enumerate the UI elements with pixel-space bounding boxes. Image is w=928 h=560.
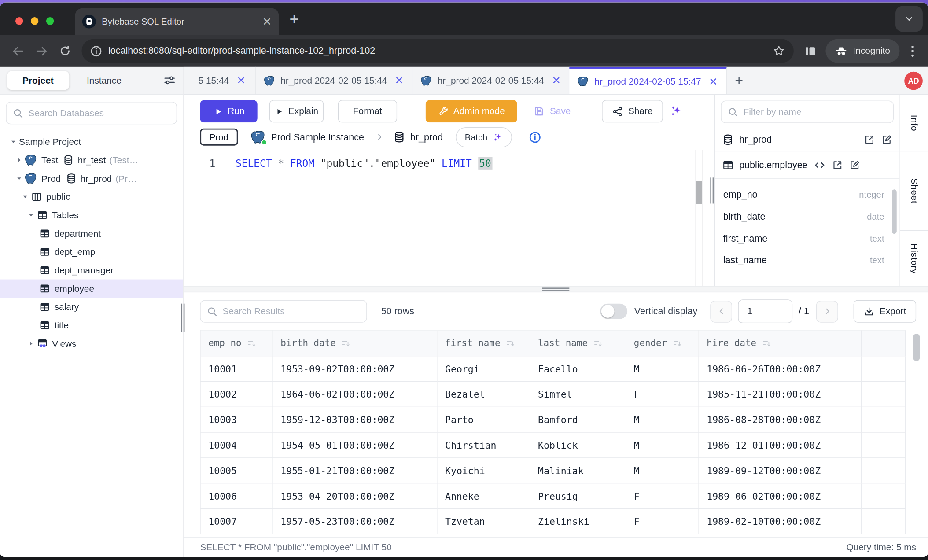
tree-collapse-arrow[interactable] <box>25 211 37 219</box>
explain-button[interactable]: Explain <box>269 100 324 122</box>
browser-tab[interactable]: Bytebase SQL Editor ✕ <box>75 8 279 35</box>
table-cell[interactable]: 1964-06-02T00:00:00Z <box>273 381 437 407</box>
column-row-emp_no[interactable]: emp_nointeger <box>723 184 884 206</box>
tree-expand-arrow[interactable] <box>13 156 25 164</box>
schema-table-row[interactable]: public.employee <box>715 151 899 179</box>
address-bar[interactable]: localhost:8080/sql-editor/prod-sample-in… <box>82 39 794 63</box>
rail-tab-history[interactable]: History <box>900 231 928 286</box>
run-button[interactable]: Run <box>200 100 257 122</box>
table-cell[interactable]: Koblick <box>530 432 626 458</box>
tab-project[interactable]: Project <box>7 71 69 90</box>
table-cell[interactable]: 1986-12-01T00:00:00Z <box>699 432 862 458</box>
browser-tab-close-icon[interactable]: ✕ <box>262 16 272 27</box>
table-cell[interactable]: 1954-05-01T00:00:00Z <box>273 432 437 458</box>
vertical-display-toggle[interactable] <box>600 304 627 319</box>
results-scrollbar-thumb[interactable] <box>913 334 920 361</box>
query-tab-2[interactable]: hr_prod 2024-02-05 15:44✕ <box>412 67 570 94</box>
close-window-button[interactable] <box>15 17 23 25</box>
tree-item-dept-manager[interactable]: dept_manager <box>0 261 183 280</box>
table-cell[interactable]: M <box>626 407 699 432</box>
forward-button[interactable] <box>29 39 53 63</box>
table-cell[interactable]: 1955-01-21T00:00:00Z <box>273 458 437 483</box>
instance-breadcrumb[interactable]: Prod Sample Instance <box>251 129 364 144</box>
table-cell[interactable]: 1989-02-10T00:00:00Z <box>699 509 862 534</box>
column-row-birth_date[interactable]: birth_datedate <box>723 206 884 228</box>
editor-scrollbar[interactable] <box>695 150 702 286</box>
site-info-icon[interactable] <box>90 45 102 57</box>
tree-item-prod[interactable]: Prodhr_prod(Pr… <box>0 169 183 188</box>
back-button[interactable] <box>6 39 29 63</box>
query-tab-1[interactable]: hr_prod 2024-02-05 15:44✕ <box>256 67 413 94</box>
tree-item-test[interactable]: Testhr_test(Test… <box>0 151 183 169</box>
editor-scrollbar-thumb[interactable] <box>696 181 702 204</box>
sql-statement[interactable]: SELECT * FROM "public"."employee" LIMIT … <box>236 158 492 169</box>
environment-chip[interactable]: Prod <box>200 129 238 146</box>
query-tab-0[interactable]: 5 15:44✕ <box>184 67 256 94</box>
edit-table-icon[interactable] <box>848 159 860 171</box>
admin-mode-button[interactable]: Admin mode <box>426 100 517 122</box>
sidebar-resize-handle[interactable] <box>180 304 185 332</box>
table-cell[interactable]: Chirstian <box>437 432 530 458</box>
table-cell[interactable]: 10001 <box>200 356 273 382</box>
column-header-birth_date[interactable]: birth_date <box>273 331 437 356</box>
tree-item-salary[interactable]: salary <box>0 298 183 316</box>
table-cell[interactable]: 1989-09-12T00:00:00Z <box>699 458 862 483</box>
minimize-window-button[interactable] <box>31 17 38 25</box>
table-cell[interactable]: Georgi <box>437 356 530 382</box>
column-header-gender[interactable]: gender <box>626 331 699 356</box>
schema-filter-box[interactable] <box>721 101 894 123</box>
table-cell[interactable]: 1986-08-28T00:00:00Z <box>699 407 862 432</box>
sidebar-settings-icon[interactable] <box>163 74 176 87</box>
table-cell[interactable]: 1957-05-23T00:00:00Z <box>273 509 437 534</box>
format-button[interactable]: Format <box>338 100 397 122</box>
new-query-tab-button[interactable]: + <box>726 67 751 94</box>
table-cell[interactable]: F <box>626 381 699 407</box>
table-cell[interactable]: 10002 <box>200 381 273 407</box>
table-cell[interactable]: Facello <box>530 356 626 382</box>
database-search-input[interactable] <box>29 108 171 118</box>
tree-collapse-arrow[interactable] <box>19 193 31 200</box>
close-tab-icon[interactable]: ✕ <box>709 75 718 88</box>
table-cell[interactable]: Parto <box>437 407 530 432</box>
close-tab-icon[interactable]: ✕ <box>395 74 404 87</box>
column-header-first_name[interactable]: first_name <box>437 331 530 356</box>
tree-item-sample-project[interactable]: Sample Project <box>0 133 183 151</box>
table-cell[interactable]: M <box>626 356 699 382</box>
schema-database-row[interactable]: hr_prod <box>715 128 899 151</box>
table-cell[interactable]: 1986-06-26T00:00:00Z <box>699 356 862 382</box>
schema-filter-input[interactable] <box>744 107 887 117</box>
table-cell[interactable]: F <box>626 509 699 534</box>
share-button[interactable]: Share <box>602 100 663 122</box>
table-cell[interactable]: Maliniak <box>530 458 626 483</box>
table-cell[interactable]: Zielinski <box>530 509 626 534</box>
tree-item-department[interactable]: department <box>0 225 183 243</box>
table-cell[interactable]: 1953-04-20T00:00:00Z <box>273 483 437 509</box>
table-cell[interactable]: M <box>626 432 699 458</box>
tree-item-views[interactable]: Views <box>0 335 183 353</box>
panel-resize-handle[interactable] <box>710 95 714 286</box>
tree-item-tables[interactable]: Tables <box>0 206 183 225</box>
ai-sparkle-icon[interactable] <box>669 104 683 118</box>
edit-database-icon[interactable] <box>880 133 892 145</box>
results-search-box[interactable] <box>200 300 367 323</box>
tree-item-title[interactable]: title <box>0 316 183 335</box>
column-header-emp_no[interactable]: emp_no <box>200 331 273 356</box>
database-search-box[interactable] <box>6 102 177 124</box>
table-cell[interactable]: Preusig <box>530 483 626 509</box>
tree-collapse-arrow[interactable] <box>13 175 25 182</box>
reload-button[interactable] <box>53 39 77 63</box>
table-cell[interactable]: 10004 <box>200 432 273 458</box>
table-cell[interactable]: 1959-12-03T00:00:00Z <box>273 407 437 432</box>
prev-page-button[interactable] <box>711 300 733 322</box>
table-cell[interactable]: 1953-09-02T00:00:00Z <box>273 356 437 382</box>
tab-search-chevron-button[interactable] <box>895 6 923 32</box>
macos-traffic-lights[interactable] <box>15 17 54 25</box>
zoom-window-button[interactable] <box>46 17 54 25</box>
column-header-hire_date[interactable]: hire_date <box>699 331 862 356</box>
table-cell[interactable]: 10006 <box>200 483 273 509</box>
table-cell[interactable]: Anneke <box>437 483 530 509</box>
batch-button[interactable]: Batch <box>456 127 512 147</box>
tree-collapse-arrow[interactable] <box>7 138 19 145</box>
next-page-button[interactable] <box>816 300 838 322</box>
tab-instance[interactable]: Instance <box>87 75 122 86</box>
